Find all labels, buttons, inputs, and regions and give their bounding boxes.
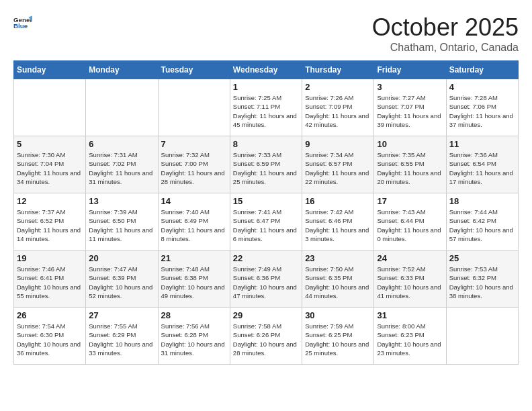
day-number: 17	[377, 196, 443, 206]
calendar-cell: 18Sunrise: 7:44 AMSunset: 6:42 PMDayligh…	[446, 193, 518, 250]
calendar-header-thursday: Thursday	[302, 61, 374, 79]
calendar-header-tuesday: Tuesday	[158, 61, 230, 79]
day-info: Sunrise: 7:35 AMSunset: 6:55 PMDaylight:…	[377, 150, 443, 186]
calendar-cell: 23Sunrise: 7:50 AMSunset: 6:35 PMDayligh…	[302, 250, 374, 308]
logo: General Blue	[13, 13, 32, 32]
calendar-cell: 21Sunrise: 7:48 AMSunset: 6:38 PMDayligh…	[158, 250, 230, 308]
day-number: 13	[89, 196, 154, 206]
day-number: 10	[377, 139, 443, 149]
day-info: Sunrise: 7:46 AMSunset: 6:41 PMDaylight:…	[17, 265, 83, 300]
calendar-cell: 15Sunrise: 7:41 AMSunset: 6:47 PMDayligh…	[230, 193, 302, 250]
calendar-cell: 25Sunrise: 7:53 AMSunset: 6:32 PMDayligh…	[446, 250, 518, 308]
calendar-header-wednesday: Wednesday	[230, 61, 302, 79]
calendar-week-row: 19Sunrise: 7:46 AMSunset: 6:41 PMDayligh…	[14, 250, 519, 308]
calendar-table: SundayMondayTuesdayWednesdayThursdayFrid…	[13, 60, 519, 365]
day-info: Sunrise: 7:49 AMSunset: 6:36 PMDaylight:…	[233, 265, 299, 300]
calendar-cell: 24Sunrise: 7:52 AMSunset: 6:33 PMDayligh…	[374, 250, 446, 308]
day-info: Sunrise: 7:36 AMSunset: 6:54 PMDaylight:…	[449, 150, 515, 186]
day-info: Sunrise: 7:47 AMSunset: 6:39 PMDaylight:…	[89, 265, 154, 300]
svg-text:Blue: Blue	[13, 22, 28, 30]
day-number: 1	[233, 82, 299, 92]
calendar-header-saturday: Saturday	[446, 61, 518, 79]
day-info: Sunrise: 7:41 AMSunset: 6:47 PMDaylight:…	[233, 208, 299, 243]
day-number: 8	[233, 139, 299, 149]
calendar-cell: 19Sunrise: 7:46 AMSunset: 6:41 PMDayligh…	[14, 250, 86, 308]
day-info: Sunrise: 7:43 AMSunset: 6:44 PMDaylight:…	[377, 208, 443, 243]
calendar-cell: 16Sunrise: 7:42 AMSunset: 6:46 PMDayligh…	[302, 193, 374, 250]
calendar-cell: 29Sunrise: 7:58 AMSunset: 6:26 PMDayligh…	[230, 308, 302, 365]
day-info: Sunrise: 7:53 AMSunset: 6:32 PMDaylight:…	[449, 265, 515, 300]
day-info: Sunrise: 7:56 AMSunset: 6:28 PMDaylight:…	[161, 322, 227, 357]
calendar-cell	[14, 79, 86, 136]
calendar-cell: 31Sunrise: 8:00 AMSunset: 6:23 PMDayligh…	[374, 308, 446, 365]
calendar-cell: 13Sunrise: 7:39 AMSunset: 6:50 PMDayligh…	[86, 193, 158, 250]
month-title: October 2025	[372, 13, 519, 42]
day-number: 25	[449, 253, 515, 263]
day-number: 18	[449, 196, 515, 206]
day-number: 7	[161, 139, 227, 149]
calendar-cell: 9Sunrise: 7:34 AMSunset: 6:57 PMDaylight…	[302, 136, 374, 193]
calendar-cell	[446, 308, 518, 365]
day-number: 20	[89, 253, 154, 263]
day-number: 4	[449, 82, 515, 92]
calendar-cell: 5Sunrise: 7:30 AMSunset: 7:04 PMDaylight…	[14, 136, 86, 193]
day-number: 14	[161, 196, 227, 206]
day-info: Sunrise: 7:33 AMSunset: 6:59 PMDaylight:…	[233, 150, 299, 186]
calendar-cell: 12Sunrise: 7:37 AMSunset: 6:52 PMDayligh…	[14, 193, 86, 250]
day-number: 11	[449, 139, 515, 149]
day-number: 23	[305, 253, 371, 263]
calendar-cell: 20Sunrise: 7:47 AMSunset: 6:39 PMDayligh…	[86, 250, 158, 308]
day-number: 29	[233, 310, 299, 320]
calendar-cell: 30Sunrise: 7:59 AMSunset: 6:25 PMDayligh…	[302, 308, 374, 365]
day-info: Sunrise: 7:32 AMSunset: 7:00 PMDaylight:…	[161, 150, 227, 186]
day-info: Sunrise: 7:58 AMSunset: 6:26 PMDaylight:…	[233, 322, 299, 357]
day-number: 19	[17, 253, 83, 263]
calendar-cell: 22Sunrise: 7:49 AMSunset: 6:36 PMDayligh…	[230, 250, 302, 308]
day-info: Sunrise: 7:54 AMSunset: 6:30 PMDaylight:…	[17, 322, 83, 357]
day-number: 12	[17, 196, 83, 206]
day-info: Sunrise: 7:31 AMSunset: 7:02 PMDaylight:…	[89, 150, 154, 186]
calendar-week-row: 5Sunrise: 7:30 AMSunset: 7:04 PMDaylight…	[14, 136, 519, 193]
day-info: Sunrise: 7:37 AMSunset: 6:52 PMDaylight:…	[17, 208, 83, 243]
calendar-cell: 6Sunrise: 7:31 AMSunset: 7:02 PMDaylight…	[86, 136, 158, 193]
day-info: Sunrise: 7:59 AMSunset: 6:25 PMDaylight:…	[305, 322, 371, 357]
calendar-cell: 10Sunrise: 7:35 AMSunset: 6:55 PMDayligh…	[374, 136, 446, 193]
calendar-header-row: SundayMondayTuesdayWednesdayThursdayFrid…	[14, 61, 519, 79]
calendar-cell: 28Sunrise: 7:56 AMSunset: 6:28 PMDayligh…	[158, 308, 230, 365]
calendar-cell: 26Sunrise: 7:54 AMSunset: 6:30 PMDayligh…	[14, 308, 86, 365]
day-number: 3	[377, 82, 443, 92]
calendar-cell: 8Sunrise: 7:33 AMSunset: 6:59 PMDaylight…	[230, 136, 302, 193]
day-info: Sunrise: 7:42 AMSunset: 6:46 PMDaylight:…	[305, 208, 371, 243]
day-info: Sunrise: 7:48 AMSunset: 6:38 PMDaylight:…	[161, 265, 227, 300]
day-number: 26	[17, 310, 83, 320]
day-number: 9	[305, 139, 371, 149]
logo-icon: General Blue	[13, 13, 32, 32]
calendar-header-sunday: Sunday	[14, 61, 86, 79]
day-info: Sunrise: 7:28 AMSunset: 7:06 PMDaylight:…	[449, 93, 515, 129]
day-number: 16	[305, 196, 371, 206]
calendar-week-row: 1Sunrise: 7:25 AMSunset: 7:11 PMDaylight…	[14, 79, 519, 136]
day-number: 30	[305, 310, 371, 320]
day-number: 2	[305, 82, 371, 92]
day-number: 15	[233, 196, 299, 206]
location-title: Chatham, Ontario, Canada	[372, 42, 519, 54]
day-number: 22	[233, 253, 299, 263]
calendar-cell: 17Sunrise: 7:43 AMSunset: 6:44 PMDayligh…	[374, 193, 446, 250]
calendar-cell: 27Sunrise: 7:55 AMSunset: 6:29 PMDayligh…	[86, 308, 158, 365]
calendar-cell	[158, 79, 230, 136]
day-info: Sunrise: 7:25 AMSunset: 7:11 PMDaylight:…	[233, 93, 299, 129]
calendar-cell: 14Sunrise: 7:40 AMSunset: 6:49 PMDayligh…	[158, 193, 230, 250]
day-info: Sunrise: 7:39 AMSunset: 6:50 PMDaylight:…	[89, 208, 154, 243]
day-info: Sunrise: 7:27 AMSunset: 7:07 PMDaylight:…	[377, 93, 443, 129]
calendar-cell: 4Sunrise: 7:28 AMSunset: 7:06 PMDaylight…	[446, 79, 518, 136]
calendar-week-row: 12Sunrise: 7:37 AMSunset: 6:52 PMDayligh…	[14, 193, 519, 250]
day-info: Sunrise: 8:00 AMSunset: 6:23 PMDaylight:…	[377, 322, 443, 357]
day-number: 31	[377, 310, 443, 320]
calendar-week-row: 26Sunrise: 7:54 AMSunset: 6:30 PMDayligh…	[14, 308, 519, 365]
day-number: 21	[161, 253, 227, 263]
day-number: 24	[377, 253, 443, 263]
calendar-cell: 11Sunrise: 7:36 AMSunset: 6:54 PMDayligh…	[446, 136, 518, 193]
calendar-cell: 2Sunrise: 7:26 AMSunset: 7:09 PMDaylight…	[302, 79, 374, 136]
day-info: Sunrise: 7:30 AMSunset: 7:04 PMDaylight:…	[17, 150, 83, 186]
day-number: 6	[89, 139, 154, 149]
